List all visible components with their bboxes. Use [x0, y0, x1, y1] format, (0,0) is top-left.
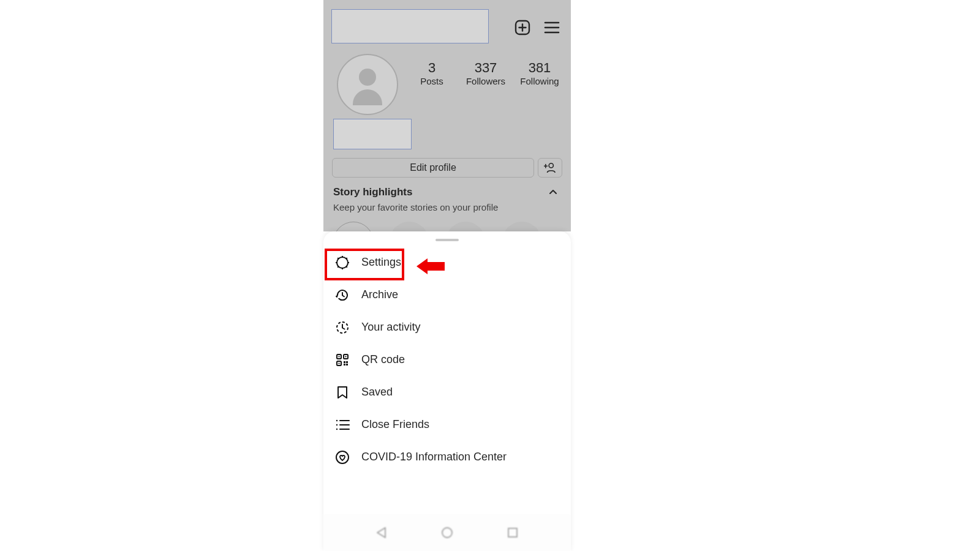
highlight-placeholder — [502, 222, 541, 231]
nav-home-button[interactable] — [440, 525, 454, 540]
options-sheet: Settings Archive — [323, 231, 571, 551]
menu-item-label: COVID-19 Information Center — [361, 451, 507, 463]
stat-following-label: Following — [512, 76, 567, 86]
menu-item-covid-info[interactable]: COVID-19 Information Center — [323, 441, 571, 473]
svg-rect-25 — [344, 361, 345, 363]
highlight-add-new[interactable] — [333, 222, 374, 231]
menu-item-your-activity[interactable]: Your activity — [323, 311, 571, 343]
svg-rect-22 — [339, 356, 340, 357]
story-highlights-section[interactable]: Story highlights Keep your favorite stor… — [333, 186, 561, 212]
stat-posts-label: Posts — [404, 76, 459, 86]
menu-item-label: Settings — [361, 256, 401, 269]
plus-box-icon — [514, 19, 531, 36]
options-menu-list: Settings Archive — [323, 246, 571, 473]
profile-stats-row: 3 Posts 337 Followers 381 Following — [323, 53, 571, 120]
stat-following[interactable]: 381 Following — [512, 60, 567, 86]
heart-circle-icon — [334, 449, 350, 465]
system-nav-bar — [323, 514, 571, 551]
menu-item-label: Archive — [361, 288, 398, 301]
archive-icon — [334, 287, 350, 303]
profile-background-dimmed: 3 Posts 337 Followers 381 Following Edit… — [323, 0, 571, 231]
svg-rect-38 — [508, 528, 517, 537]
story-highlights-title: Story highlights — [333, 186, 561, 198]
menu-item-label: Saved — [361, 386, 393, 399]
menu-item-label: Close Friends — [361, 418, 429, 431]
stat-following-count: 381 — [512, 60, 567, 76]
svg-line-14 — [337, 258, 339, 259]
svg-line-15 — [346, 266, 347, 267]
svg-rect-28 — [346, 364, 348, 365]
menu-item-settings[interactable]: Settings — [323, 246, 571, 279]
stat-posts[interactable]: 3 Posts — [404, 60, 459, 86]
svg-point-6 — [549, 163, 553, 168]
svg-point-37 — [442, 528, 452, 538]
menu-item-archive[interactable]: Archive — [323, 279, 571, 311]
stat-followers-label: Followers — [458, 76, 513, 86]
phone-frame: 3 Posts 337 Followers 381 Following Edit… — [323, 0, 571, 551]
gear-icon — [334, 255, 350, 271]
profile-avatar[interactable] — [337, 54, 398, 115]
svg-point-30 — [336, 424, 337, 425]
menu-item-qr-code[interactable]: QR code — [323, 343, 571, 376]
stat-posts-count: 3 — [404, 60, 459, 76]
svg-point-35 — [336, 451, 349, 463]
nav-back-button[interactable] — [374, 525, 389, 540]
sheet-drag-handle[interactable] — [435, 239, 459, 241]
edit-profile-label: Edit profile — [410, 162, 456, 173]
close-friends-icon — [334, 417, 350, 433]
username-redacted-box — [331, 9, 489, 43]
nav-recent-button[interactable] — [505, 525, 520, 540]
profile-action-row: Edit profile — [332, 158, 562, 178]
svg-line-17 — [346, 258, 347, 259]
svg-line-16 — [337, 266, 339, 267]
svg-point-31 — [336, 428, 337, 429]
menu-item-saved[interactable]: Saved — [323, 376, 571, 408]
edit-profile-button[interactable]: Edit profile — [332, 158, 534, 178]
profile-top-bar — [323, 0, 571, 55]
menu-item-close-friends[interactable]: Close Friends — [323, 408, 571, 441]
qr-code-icon — [334, 352, 350, 368]
svg-marker-36 — [377, 528, 385, 538]
highlight-placeholder — [390, 222, 429, 231]
add-user-icon — [544, 162, 556, 173]
svg-rect-24 — [339, 362, 340, 364]
avatar-placeholder-icon — [359, 69, 376, 86]
story-highlights-subtitle: Keep your favorite stories on your profi… — [333, 202, 561, 212]
stat-followers-count: 337 — [458, 60, 513, 76]
menu-icon — [544, 21, 560, 34]
svg-rect-23 — [345, 356, 347, 357]
create-post-button[interactable] — [513, 18, 532, 37]
highlight-placeholder — [446, 222, 485, 231]
stat-followers[interactable]: 337 Followers — [458, 60, 513, 86]
bio-redacted-box — [333, 119, 412, 149]
chevron-up-icon — [549, 189, 557, 195]
activity-icon — [334, 320, 350, 335]
bookmark-icon — [334, 384, 350, 400]
hamburger-menu-button[interactable] — [543, 18, 561, 37]
svg-rect-27 — [344, 364, 345, 365]
svg-point-29 — [336, 419, 337, 421]
svg-rect-26 — [346, 361, 348, 363]
menu-item-label: QR code — [361, 353, 405, 366]
menu-item-label: Your activity — [361, 321, 420, 334]
discover-people-button[interactable] — [538, 158, 562, 178]
